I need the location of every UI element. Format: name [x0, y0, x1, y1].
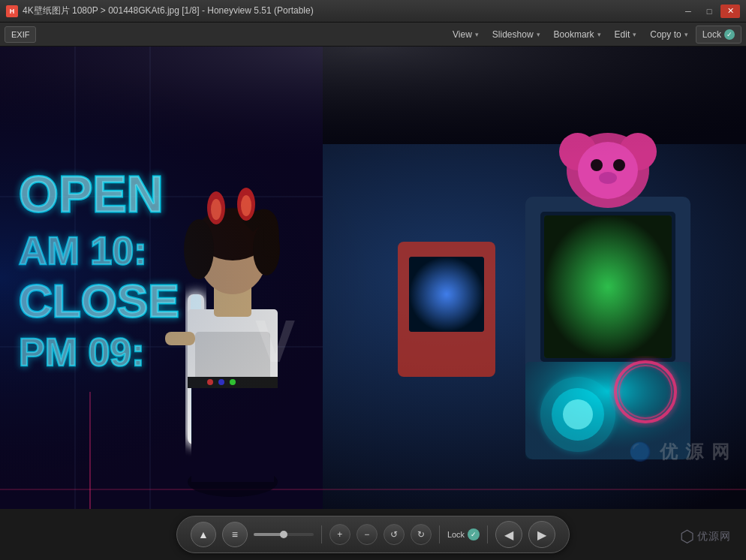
maximize-button[interactable]: □ — [699, 5, 719, 18]
exif-button[interactable]: EXIF — [5, 26, 36, 43]
window-controls: ─ □ ✕ — [678, 5, 740, 18]
lock-check-icon: ✓ — [724, 29, 735, 40]
slideshow-dropdown-arrow: ▾ — [537, 31, 540, 38]
toolbar-pill: ▲ ≡ + − ↺ ↻ — [176, 516, 570, 553]
edit-menu[interactable]: Edit ▾ — [609, 26, 643, 44]
separator-1 — [321, 525, 322, 543]
bookmark-menu[interactable]: Bookmark ▾ — [548, 26, 607, 44]
zoom-slider-thumb[interactable] — [280, 531, 287, 538]
prev-image-button[interactable]: ◀ — [495, 521, 522, 548]
zoom-slider-track[interactable] — [254, 533, 314, 536]
menubar: EXIF View ▾ Slideshow ▾ Bookmark ▾ Edit … — [0, 23, 746, 47]
edit-dropdown-arrow: ▾ — [633, 31, 636, 38]
next-image-button[interactable]: ▶ — [528, 521, 555, 548]
copy-to-menu[interactable]: Copy to ▾ — [644, 26, 693, 44]
rotate-right-button[interactable]: ↻ — [411, 524, 432, 545]
folder-up-button[interactable]: ▲ — [191, 522, 216, 547]
rotate-left-button[interactable]: ↺ — [384, 524, 405, 545]
watermark: 🔵 优 源 网 — [629, 440, 731, 464]
lock-menu[interactable]: Lock ✓ — [696, 26, 741, 44]
zoom-slider-fill — [254, 533, 284, 536]
bottom-toolbar: ▲ ≡ + − ↺ ↻ — [0, 509, 746, 560]
separator-3 — [487, 525, 488, 543]
image-viewer: OPEN OPEN AM 10: AM 10: CLOSE CLOSE PM 0… — [0, 47, 746, 509]
bookmark-dropdown-arrow: ▾ — [597, 31, 601, 38]
slideshow-menu[interactable]: Slideshow ▾ — [486, 26, 546, 44]
copy-to-dropdown-arrow: ▾ — [684, 31, 688, 38]
svg-text:V: V — [255, 308, 295, 375]
separator-2 — [439, 525, 440, 543]
view-dropdown-arrow: ▾ — [475, 31, 479, 38]
lock-inline[interactable]: Lock ✓ — [447, 528, 480, 540]
app-icon: H — [6, 5, 18, 17]
app-logo-watermark: ⬡ 优源网 — [680, 527, 731, 546]
zoom-in-button[interactable]: + — [329, 524, 350, 545]
menu-button[interactable]: ≡ — [222, 522, 248, 547]
lock-status-icon: ✓ — [468, 528, 480, 540]
window-title: 4K壁纸图片 1080P > 001448GKAt6.jpg [1/8] - H… — [23, 5, 678, 17]
zoom-slider-container — [254, 533, 314, 536]
close-button[interactable]: ✕ — [720, 5, 740, 18]
minimize-button[interactable]: ─ — [678, 5, 698, 18]
titlebar: H 4K壁纸图片 1080P > 001448GKAt6.jpg [1/8] -… — [0, 0, 746, 23]
view-menu[interactable]: View ▾ — [447, 26, 485, 44]
zoom-out-button[interactable]: − — [356, 524, 378, 545]
